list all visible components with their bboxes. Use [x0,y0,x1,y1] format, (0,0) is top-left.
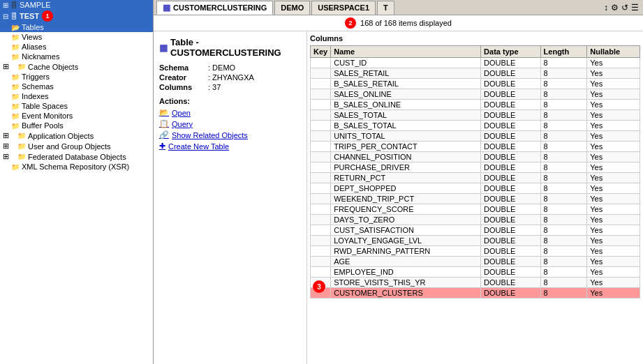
cell-key [311,131,331,142]
cell-key [311,79,331,89]
cell-name: EMPLOYEE_IND [331,267,481,278]
refresh-icon[interactable]: ↺ [621,3,628,13]
cell-name: B_SALES_TOTAL [331,121,481,131]
sidebar-item-tablespaces[interactable]: 📁 Table Spaces [0,101,153,111]
sidebar-item-xml-schema[interactable]: 📁 XML Schema Repository (XSR) [0,162,153,172]
cell-datatype: DOUBLE [481,68,540,79]
folder-icon-views: 📁 [11,33,20,41]
cell-datatype: DOUBLE [481,110,540,121]
col-header-datatype: Data type [481,46,540,58]
sidebar-item-triggers[interactable]: 📁 Triggers [0,72,153,82]
cell-nullable: Yes [587,204,640,215]
cell-length: 8 [540,236,587,246]
sidebar-item-app-objects[interactable]: ⊞ 📁 Application Objects [0,130,153,141]
cell-datatype: DOUBLE [481,121,540,131]
table-row: DEPT_SHOPPEDDOUBLE8Yes [311,183,640,194]
tab-label-demo: DEMO [281,3,304,12]
sidebar-item-test[interactable]: ⊟ 🗄 TEST 1 [0,10,153,22]
cell-nullable: Yes [587,121,640,131]
sidebar-item-user-group[interactable]: ⊞ 📁 User and Group Objects [0,141,153,151]
cell-length: 8 [540,257,587,267]
table-icon: ▦ [159,43,168,53]
filter-icon[interactable]: ⚙ [611,3,619,13]
sidebar-item-aliases[interactable]: 📁 Aliases [0,42,153,52]
table-row: DAYS_TO_ZERODOUBLE8Yes [311,215,640,225]
folder-icon-user-group: 📁 [17,142,26,150]
cell-nullable: Yes [587,257,640,267]
cell-nullable: Yes [587,68,640,79]
actions-title: Actions: [159,97,301,105]
cell-datatype: DOUBLE [481,278,540,288]
sort-icon[interactable]: ↕ [604,3,608,13]
cell-key [311,110,331,121]
cell-length: 8 [540,246,587,257]
table-row: SALES_RETAILDOUBLE8Yes [311,68,640,79]
sidebar-item-views[interactable]: 📁 Views [0,32,153,42]
folder-icon-xml-schema: 📁 [11,163,20,171]
sidebar-item-event-monitors[interactable]: 📁 Event Monitors [0,111,153,121]
cell-name: RETURN_PCT [331,173,481,183]
cell-datatype: DOUBLE [481,225,540,236]
cell-name: UNITS_TOTAL [331,131,481,142]
right-panel: ▦ CUSTOMERCLUSTERING DEMO USERSPACE1 T ↕… [154,0,643,364]
sidebar-item-buffer-pools[interactable]: 📁 Buffer Pools [0,121,153,130]
cell-length: 8 [540,173,587,183]
sidebar-label-xml-schema: XML Schema Repository (XSR) [22,162,129,171]
cell-length: 8 [540,288,587,298]
cell-length: 8 [540,121,587,131]
folder-icon-schemas: 📁 [11,83,20,91]
related-icon: 🔗 [159,130,169,139]
sidebar-item-cache-objects[interactable]: ⊞ 📁 Cache Objects [0,61,153,72]
sidebar-item-schemas[interactable]: 📁 Schemas [0,82,153,91]
tab-t[interactable]: T [377,1,394,15]
folder-icon-app-objects: 📁 [17,132,26,139]
tab-customerclustering[interactable]: ▦ CUSTOMERCLUSTERING [156,1,273,15]
sidebar-item-indexes[interactable]: 📁 Indexes [0,91,153,101]
table-header-row: Key Name Data type Length Nullable [311,46,640,58]
table-row: CUSTOMER_CLUSTERSDOUBLE8Yes [311,288,640,298]
cell-nullable: Yes [587,278,640,288]
sidebar-label-nicknames: Nicknames [22,52,59,61]
schema-label: Schema [159,63,208,72]
actions-section: Actions: 📂 Open 📋 Query 🔗 Show Related O… [159,97,301,151]
sidebar-item-sample[interactable]: ⊞ 🗄 SAMPLE [0,0,153,10]
cell-nullable: Yes [587,173,640,183]
sidebar-label-views: Views [22,33,42,41]
info-row-columns: Columns : 37 [159,83,301,91]
menu-icon[interactable]: ☰ [631,3,639,13]
cell-key [311,142,331,152]
sidebar-label-triggers: Triggers [22,73,50,81]
action-show-related[interactable]: 🔗 Show Related Objects [159,130,301,139]
sidebar-item-tables[interactable]: 📂 Tables [0,22,153,32]
cell-length: 8 [540,152,587,162]
action-query[interactable]: 📋 Query [159,119,301,128]
cell-name: WEEKEND_TRIP_PCT [331,194,481,204]
db-icon: 🗄 [10,1,17,9]
folder-icon-tablespaces: 📁 [11,103,20,110]
cell-key [311,267,331,278]
action-open[interactable]: 📂 Open [159,108,301,117]
folder-icon-event-monitors: 📁 [11,112,20,120]
cell-datatype: DOUBLE [481,173,540,183]
tab-demo[interactable]: DEMO [274,1,310,15]
cell-datatype: DOUBLE [481,79,540,89]
cell-key [311,89,331,100]
tab-userspace1[interactable]: USERSPACE1 [311,1,376,15]
sidebar-item-federated[interactable]: ⊞ 📁 Federated Database Objects [0,151,153,162]
folder-open-icon: 📂 [11,24,20,31]
folder-icon-federated: 📁 [17,153,26,160]
schema-value: : DEMO [208,63,235,72]
status-text: 168 of 168 items displayed [360,19,452,27]
sidebar-label-test: TEST [20,12,39,20]
sidebar-item-nicknames[interactable]: 📁 Nicknames [0,52,153,61]
cell-length: 8 [540,225,587,236]
cell-length: 8 [540,142,587,152]
cell-nullable: Yes [587,288,640,298]
cell-nullable: Yes [587,79,640,89]
action-create-new[interactable]: ✚ Create New Table [159,142,301,151]
cell-key [311,152,331,162]
cell-datatype: DOUBLE [481,257,540,267]
cell-name: AGE [331,257,481,267]
action-show-related-label: Show Related Objects [172,131,248,139]
cell-nullable: Yes [587,183,640,194]
